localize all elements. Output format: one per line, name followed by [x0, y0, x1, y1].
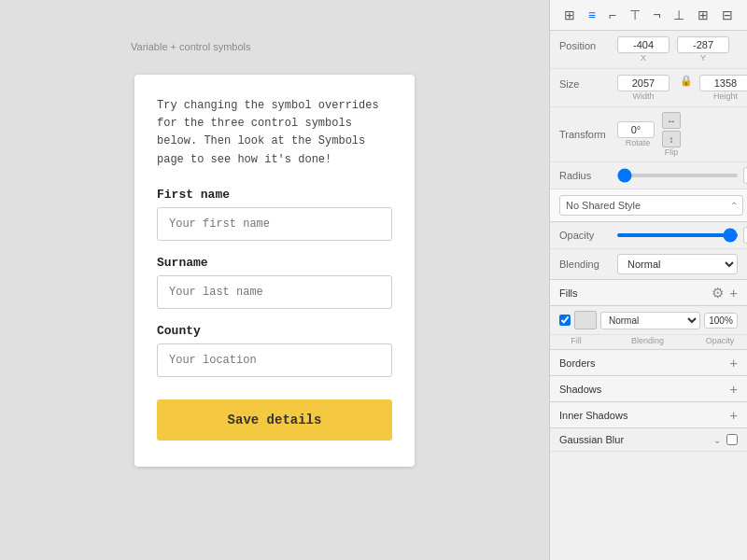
opacity-label: Opacity — [559, 230, 617, 241]
opacity-sub-label: Opacity — [702, 336, 738, 345]
borders-add-icon[interactable]: + — [729, 356, 738, 370]
inner-shadows-add-icon[interactable]: + — [729, 408, 738, 422]
inner-shadows-label: Inner Shadows — [559, 410, 627, 421]
align-middle-icon[interactable]: ⊥ — [670, 6, 687, 24]
blending-sub-label: Blending — [593, 336, 702, 345]
transform-label: Transform — [559, 129, 617, 140]
card-description: Try changing the symbol overrides for th… — [157, 97, 392, 169]
radius-input[interactable] — [743, 167, 747, 184]
gaussian-blur-arrow-icon[interactable]: ⌄ — [713, 435, 721, 445]
x-label: X — [641, 53, 646, 63]
fills-sub-labels: Fill Blending Opacity — [550, 335, 747, 350]
inner-shadows-section-header: Inner Shadows + — [550, 402, 747, 428]
opacity-input[interactable] — [743, 227, 747, 244]
fill-color-swatch[interactable] — [574, 311, 597, 329]
size-row: Size Width 🔒 Height — [550, 69, 747, 107]
opacity-row: Opacity — [550, 222, 747, 249]
align-center-horizontal-icon[interactable]: ≡ — [585, 6, 599, 24]
align-top-right-icon[interactable]: ¬ — [650, 6, 663, 24]
field-group-surname: Surname — [157, 256, 392, 309]
y-label: Y — [700, 53, 706, 63]
fills-checkbox[interactable] — [559, 315, 571, 326]
height-input-group: Height — [699, 75, 747, 101]
align-left-icon[interactable]: ⊞ — [561, 6, 578, 24]
gaussian-blur-label: Gaussian Blur — [559, 434, 713, 445]
gaussian-blur-checkbox[interactable] — [726, 434, 738, 445]
radius-row: Radius — [550, 162, 747, 189]
fills-opacity-input[interactable] — [704, 313, 738, 329]
field-group-firstname: First name — [157, 188, 392, 241]
align-bottom-icon[interactable]: ⊞ — [695, 6, 712, 24]
size-height-input[interactable] — [699, 75, 747, 91]
save-button[interactable]: Save details — [157, 399, 392, 441]
canvas-label: Variable + control symbols — [131, 41, 251, 52]
panel-toolbar: ⊞ ≡ ⌐ ⊤ ¬ ⊥ ⊞ ⊟ — [550, 0, 747, 31]
field-label-county: County — [157, 324, 392, 338]
flip-horizontal-button[interactable]: ↔ — [662, 112, 681, 129]
blending-select[interactable]: Normal Multiply Screen Overlay — [617, 254, 738, 274]
right-panel: ⊞ ≡ ⌐ ⊤ ¬ ⊥ ⊞ ⊟ Position X Y Size — [549, 0, 747, 560]
gaussian-blur-row: Gaussian Blur ⌄ — [550, 428, 747, 452]
size-width-input[interactable] — [617, 75, 669, 91]
fills-add-icon[interactable]: + — [729, 286, 738, 300]
position-x-input[interactable] — [617, 36, 669, 53]
width-input-group: Width — [617, 75, 669, 101]
fills-row: Normal Multiply — [550, 306, 747, 335]
align-top-left-icon[interactable]: ⌐ — [606, 6, 619, 24]
radius-slider[interactable] — [617, 174, 738, 177]
borders-label: Borders — [559, 357, 596, 369]
flip-vertical-button[interactable]: ↕ — [662, 131, 681, 147]
align-top-center-icon[interactable]: ⊤ — [627, 6, 643, 24]
fills-gear-icon[interactable]: ⚙ — [712, 286, 724, 300]
fills-blending-select[interactable]: Normal Multiply — [600, 312, 700, 329]
shared-style-select[interactable]: No Shared Style — [559, 195, 743, 216]
y-input-group: Y — [677, 36, 729, 63]
fill-sub-label: Fill — [559, 336, 593, 345]
fills-section-header: Fills ⚙ + — [550, 280, 747, 306]
lock-icon[interactable]: 🔒 — [680, 75, 693, 101]
height-label: Height — [713, 91, 738, 101]
blending-label: Blending — [559, 259, 617, 270]
fills-label: Fills — [559, 287, 578, 299]
rotate-input[interactable] — [617, 121, 655, 138]
shadows-add-icon[interactable]: + — [729, 382, 738, 396]
field-label-surname: Surname — [157, 256, 392, 270]
field-label-firstname: First name — [157, 188, 392, 202]
opacity-slider[interactable] — [617, 233, 738, 237]
blending-row: Blending Normal Multiply Screen Overlay — [550, 249, 747, 280]
panel-content: Position X Y Size Width 🔒 — [550, 31, 747, 560]
field-input-firstname[interactable] — [157, 207, 392, 241]
flip-label: Flip — [665, 147, 679, 157]
flip-buttons: ↔ ↕ Flip — [662, 112, 681, 157]
field-input-surname[interactable] — [157, 275, 392, 309]
distribute-icon[interactable]: ⊟ — [719, 6, 736, 24]
position-y-input[interactable] — [677, 36, 729, 53]
card: Try changing the symbol overrides for th… — [134, 75, 415, 467]
borders-section-header: Borders + — [550, 350, 747, 376]
position-inputs: X Y — [617, 36, 733, 63]
width-label: Width — [632, 91, 654, 101]
shared-style-row: No Shared Style ⌃ — [550, 189, 747, 222]
radius-label: Radius — [559, 170, 617, 181]
x-input-group: X — [617, 36, 669, 63]
size-inputs: Width 🔒 Height — [617, 75, 747, 101]
shadows-section-header: Shadows + — [550, 376, 747, 402]
field-group-county: County — [157, 324, 392, 377]
canvas-area: Variable + control symbols Try changing … — [0, 0, 549, 560]
shadows-label: Shadows — [559, 384, 601, 395]
size-label: Size — [559, 78, 617, 90]
fills-icons: ⚙ + — [712, 286, 738, 300]
field-input-county[interactable] — [157, 343, 392, 377]
transform-row: Transform Rotate ↔ ↕ Flip — [550, 107, 747, 162]
position-label: Position — [559, 40, 617, 51]
position-row: Position X Y — [550, 31, 747, 69]
rotate-label: Rotate — [626, 138, 651, 147]
